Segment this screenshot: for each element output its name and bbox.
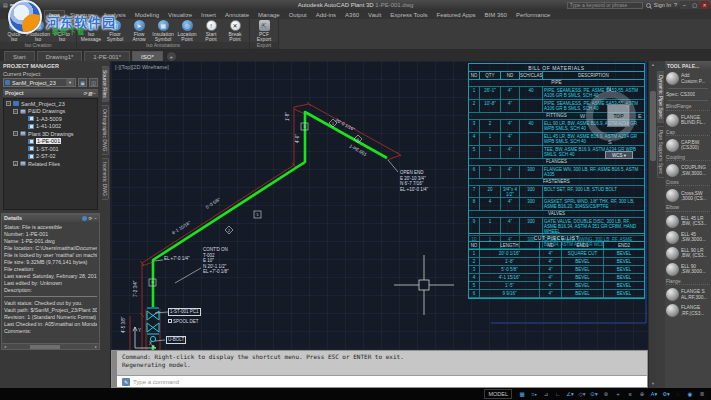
details-refresh-icon[interactable]: ⟳ xyxy=(89,216,93,221)
palette-item[interactable]: Flange xyxy=(666,279,710,285)
tree-expand-toggle[interactable] xyxy=(21,146,26,151)
file-tab[interactable]: 1-PE-001* xyxy=(84,51,130,61)
model-space-button[interactable]: MODEL xyxy=(484,389,512,399)
ribbon-button[interactable]: ⇱ PCF Export xyxy=(252,20,276,42)
status-toggle[interactable]: ◉ xyxy=(685,390,695,399)
ribbon-tab[interactable]: Structure xyxy=(66,11,98,19)
palette-item[interactable]: FLANGE BLIND,FL... xyxy=(666,114,710,127)
status-toggle[interactable]: ◌ xyxy=(673,390,683,399)
ribbon-button[interactable]: ⇄ PCF to Iso xyxy=(50,20,74,42)
ribbon-button[interactable]: ▦ Insulation Symbol xyxy=(151,20,175,42)
ribbon-tab[interactable]: Visualize xyxy=(164,11,196,19)
file-tab[interactable]: ISO* xyxy=(132,51,163,61)
palette-item[interactable]: CAP,BW, (CS300) xyxy=(666,139,710,152)
palette-side-tab[interactable]: Isometric DWG xyxy=(102,158,109,200)
search-icon[interactable] xyxy=(646,3,651,8)
tree-expand-toggle[interactable] xyxy=(21,139,26,144)
palette-item[interactable]: Elbow xyxy=(666,205,710,211)
status-toggle[interactable]: ◇▾ xyxy=(577,390,587,399)
status-toggle[interactable]: A▾ xyxy=(649,390,659,399)
palette-item[interactable]: Cap xyxy=(666,130,710,136)
maximize-button[interactable]: ▢ xyxy=(690,1,699,9)
ribbon-button[interactable]: ✕ Break Point xyxy=(223,20,247,42)
file-tab[interactable]: Drawing1* xyxy=(37,51,83,61)
status-toggle[interactable]: ⊛ xyxy=(601,390,611,399)
minimize-button[interactable]: – xyxy=(680,1,689,9)
qat-icon[interactable]: ⬒ xyxy=(10,2,15,8)
tree-item[interactable]: − Plant 3D Drawings xyxy=(4,130,97,138)
tree-expand-toggle[interactable]: − xyxy=(13,131,18,136)
tree-expand-toggle[interactable] xyxy=(21,116,26,121)
chevron-down-icon[interactable]: ▼ xyxy=(66,79,74,86)
ribbon-tab[interactable]: Analysis xyxy=(99,11,129,19)
tree-item[interactable]: 1-A3-5009 xyxy=(4,115,97,123)
infocenter-search-input[interactable]: Type a keyword or phrase xyxy=(567,2,643,9)
palette-item[interactable]: Cross,SW ,3000 (CS... xyxy=(666,189,710,202)
qat-icon[interactable]: ▤ xyxy=(3,2,8,8)
tree-item[interactable]: 1-ST-001 xyxy=(4,145,97,153)
command-input[interactable]: ✎ Type a command xyxy=(112,375,647,387)
status-toggle[interactable]: ⚙▾ xyxy=(661,390,671,399)
refresh-icon[interactable]: ⟳ xyxy=(83,91,87,96)
ribbon-tab[interactable]: Annotate xyxy=(221,11,253,19)
scrollbar-thumb[interactable] xyxy=(30,345,60,349)
close-button[interactable]: ✕ xyxy=(700,1,709,9)
palette-item[interactable]: FLANGE ,RF,(CS3... xyxy=(666,304,710,317)
tree-item[interactable]: − P&ID Drawings xyxy=(4,108,97,116)
ribbon-button[interactable]: ◎ Location Point xyxy=(175,20,199,42)
ribbon-tab[interactable]: Insert xyxy=(197,11,220,19)
palette-item[interactable]: BlindFlange xyxy=(666,104,710,110)
tree-expand-toggle[interactable]: − xyxy=(13,109,18,114)
tree-expand-toggle[interactable] xyxy=(21,154,26,159)
palette-side-tab[interactable]: Orthographic DWG xyxy=(102,105,109,156)
ribbon-button[interactable]: ▥ Production Iso xyxy=(26,20,50,42)
status-toggle[interactable]: ∟ xyxy=(553,390,563,399)
viewcube-top-face[interactable]: TOP xyxy=(607,104,630,127)
tool-palettes-title[interactable]: TOOL PALE... xyxy=(665,61,711,70)
ribbon-button[interactable]: ◫ Floor Symbol xyxy=(103,20,127,42)
project-section-header[interactable]: Project ⟳ ▥ − xyxy=(3,89,98,97)
ribbon-tab[interactable]: Express Tools xyxy=(386,11,431,19)
viewcube-north[interactable]: N xyxy=(607,86,611,92)
collapse-icon[interactable]: − xyxy=(93,91,96,96)
ribbon-tab[interactable]: Performance xyxy=(512,11,554,19)
tool-palette-tab[interactable]: Dynamic Pipe Spec xyxy=(657,71,664,123)
command-window[interactable]: Command: Right-click to display the shor… xyxy=(111,350,648,388)
palette-item[interactable] xyxy=(668,88,708,89)
tree-expand-toggle[interactable]: + xyxy=(13,161,18,166)
canvas-vertical-scrollbar[interactable]: ▲ ▼ xyxy=(648,61,656,388)
new-drawing-tab-button[interactable]: + xyxy=(167,52,176,61)
viewcube-east[interactable]: E xyxy=(638,113,642,119)
ribbon-button[interactable]: ➤ Flow Arrow xyxy=(127,20,151,42)
drawing-canvas[interactable]: [-][Top][2D Wireframe] xyxy=(111,61,648,388)
palette-item[interactable]: Add Custom P... xyxy=(666,72,710,85)
palette-item[interactable]: ELL 45 LR ,BW, (CS3... xyxy=(666,215,710,228)
help-icon[interactable]: ? xyxy=(674,2,677,8)
tree-expand-toggle[interactable] xyxy=(21,124,26,129)
status-toggle[interactable]: ⌗▾ xyxy=(529,390,539,399)
tree-item[interactable]: 1-PE-001 xyxy=(4,138,97,146)
status-toggle[interactable]: ⊿ xyxy=(541,390,551,399)
viewport-controls[interactable]: [-][Top][2D Wireframe] xyxy=(115,64,169,70)
scroll-down-icon[interactable]: ▼ xyxy=(649,380,657,388)
palette-side-tab[interactable]: Source Files xyxy=(102,66,109,102)
palette-item[interactable]: Cross xyxy=(666,180,710,186)
ribbon-tab[interactable]: A360 xyxy=(341,11,363,19)
details-horizontal-scrollbar[interactable]: ◂ ▸ xyxy=(2,343,99,349)
qat-icon[interactable]: ↷ xyxy=(23,2,27,8)
viewcube-south[interactable]: S xyxy=(608,139,612,145)
palette-item[interactable]: ELL 90 LR ,BW, (CS3... xyxy=(666,247,710,260)
tree-item[interactable]: 1-41-1002 xyxy=(4,123,97,131)
ribbon-tab[interactable]: Featured Apps xyxy=(433,11,480,19)
ribbon-tab[interactable]: Add-ins xyxy=(312,11,340,19)
palette-item[interactable]: Spec: CS300 xyxy=(666,92,710,97)
ribbon-tab[interactable]: Manage xyxy=(254,11,284,19)
tree-item[interactable]: 2-ST-02 xyxy=(4,153,97,161)
ribbon-button[interactable]: ▤ Quick Iso xyxy=(2,20,26,42)
ribbon-tab[interactable]: Modeling xyxy=(131,11,163,19)
palette-item[interactable]: Coupling xyxy=(666,155,710,161)
views-icon[interactable]: ▥ xyxy=(88,91,92,96)
wcs-dropdown[interactable]: WCS ▾ xyxy=(605,151,633,159)
scroll-right-icon[interactable]: ▸ xyxy=(93,344,99,350)
details-collapse-icon[interactable]: − xyxy=(94,216,97,221)
